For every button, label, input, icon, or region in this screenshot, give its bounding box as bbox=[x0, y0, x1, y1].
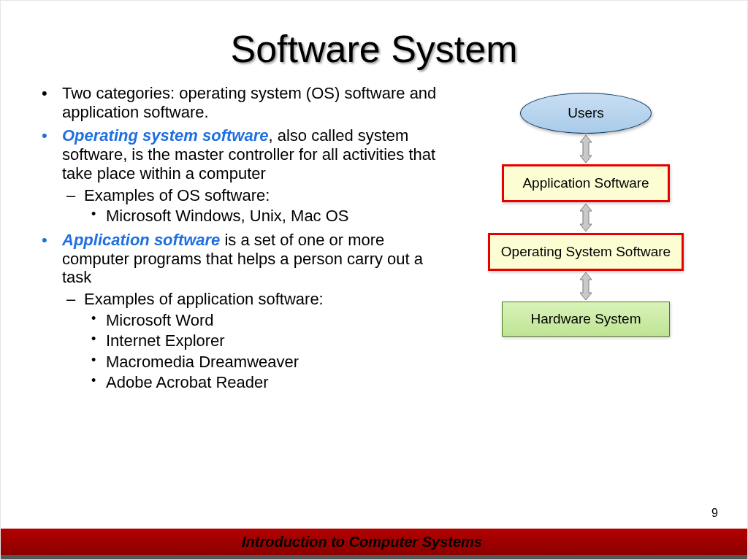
bullet-2: Operating system software, also called s… bbox=[42, 126, 451, 226]
svg-marker-2 bbox=[580, 272, 592, 300]
diagram-hardware: Hardware System bbox=[502, 302, 670, 337]
svg-marker-0 bbox=[580, 135, 592, 163]
svg-marker-1 bbox=[580, 204, 592, 231]
bullet-3-sub: Examples of application software: Micros… bbox=[62, 290, 451, 392]
diagram-column: Users Application Software Operating Sys… bbox=[451, 84, 721, 396]
app-example-2: Internet Explorer bbox=[84, 331, 451, 350]
diagram-users: Users bbox=[520, 93, 652, 134]
bullet-3-sub-label: Examples of application software: bbox=[84, 290, 324, 308]
term-app: Application software bbox=[62, 231, 220, 249]
bullet-2-sub: Examples of OS software: Microsoft Windo… bbox=[62, 186, 451, 226]
bullet-2-sub-label: Examples of OS software: bbox=[84, 186, 270, 204]
app-example-1: Microsoft Word bbox=[84, 311, 451, 330]
slide: Software System Two categories: operatin… bbox=[0, 0, 748, 560]
arrow-2 bbox=[579, 202, 593, 233]
term-os: Operating system software bbox=[62, 126, 268, 145]
slide-title: Software System bbox=[1, 1, 747, 71]
double-arrow-icon bbox=[579, 204, 593, 231]
footer-band: Introduction to Computer Systems bbox=[1, 529, 747, 555]
app-example-4: Adobe Acrobat Reader bbox=[84, 373, 451, 392]
text-column: Two categories: operating system (OS) so… bbox=[42, 84, 451, 396]
footer-text: Introduction to Computer Systems bbox=[242, 534, 482, 551]
os-example: Microsoft Windows, Unix, Mac OS bbox=[84, 207, 451, 226]
app-example-3: Macromedia Dreamweaver bbox=[84, 353, 451, 372]
double-arrow-icon bbox=[579, 272, 593, 300]
bullet-3: Application software is a set of one or … bbox=[42, 231, 451, 393]
body-row: Two categories: operating system (OS) so… bbox=[1, 71, 747, 396]
bullet-list: Two categories: operating system (OS) so… bbox=[42, 84, 451, 392]
diagram-os-software: Operating System Software bbox=[488, 233, 684, 271]
arrow-1 bbox=[579, 134, 593, 164]
double-arrow-icon bbox=[579, 135, 593, 163]
arrow-3 bbox=[579, 271, 593, 302]
footer-stripe bbox=[1, 555, 747, 559]
bullet-1: Two categories: operating system (OS) so… bbox=[42, 84, 451, 122]
page-number: 9 bbox=[711, 507, 718, 520]
diagram-app-software: Application Software bbox=[502, 164, 670, 202]
